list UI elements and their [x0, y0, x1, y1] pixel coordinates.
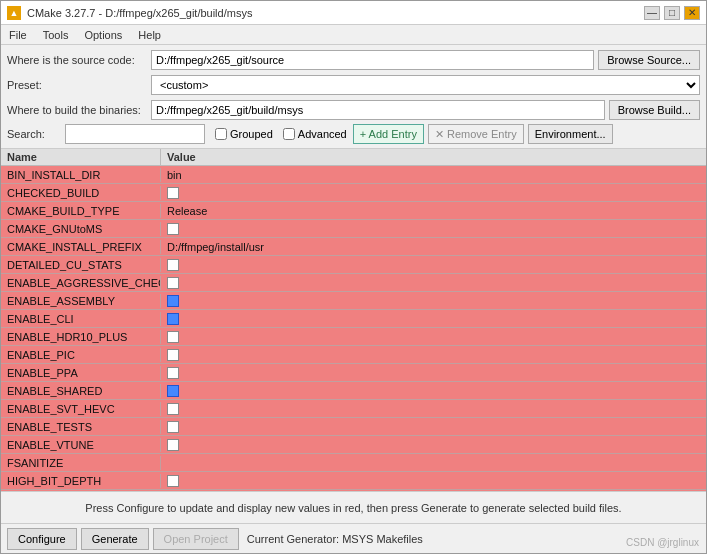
advanced-checkbox[interactable]	[283, 128, 295, 140]
table-row[interactable]: BIN_INSTALL_DIRbin	[1, 166, 706, 184]
search-label: Search:	[7, 128, 59, 140]
row-name: ENABLE_AGGRESSIVE_CHECKS	[1, 276, 161, 290]
row-name: CMAKE_INSTALL_PREFIX	[1, 240, 161, 254]
row-name: HIGH_BIT_DEPTH	[1, 474, 161, 488]
source-input[interactable]	[151, 50, 594, 70]
table-row[interactable]: HIGH_BIT_DEPTH	[1, 472, 706, 490]
row-name: DETAILED_CU_STATS	[1, 258, 161, 272]
add-entry-button[interactable]: + Add Entry	[353, 124, 424, 144]
row-value	[161, 312, 706, 326]
row-value	[161, 420, 706, 434]
row-checkbox[interactable]	[167, 313, 179, 325]
row-checkbox[interactable]	[167, 421, 179, 433]
row-value	[161, 348, 706, 362]
row-value	[161, 186, 706, 200]
browse-build-button[interactable]: Browse Build...	[609, 100, 700, 120]
build-label: Where to build the binaries:	[7, 104, 147, 116]
row-name: BIN_INSTALL_DIR	[1, 168, 161, 182]
table-row[interactable]: ENABLE_HDR10_PLUS	[1, 328, 706, 346]
grouped-checkbox-label[interactable]: Grouped	[215, 128, 273, 140]
table-body: BIN_INSTALL_DIRbinCHECKED_BUILDCMAKE_BUI…	[1, 166, 706, 491]
row-value	[161, 438, 706, 452]
row-checkbox[interactable]	[167, 277, 179, 289]
preset-row: Preset: <custom>	[7, 74, 700, 96]
row-value	[161, 222, 706, 236]
row-value: D:/ffmpeg/install/usr	[161, 240, 706, 254]
row-value	[161, 402, 706, 416]
menu-file[interactable]: File	[5, 28, 31, 42]
search-row: Search: Grouped Advanced + Add Entry ✕ R…	[7, 124, 700, 144]
table-row[interactable]: ENABLE_PIC	[1, 346, 706, 364]
row-value: bin	[161, 168, 706, 182]
row-value: Release	[161, 204, 706, 218]
row-value	[161, 384, 706, 398]
table-row[interactable]: ENABLE_SHARED	[1, 382, 706, 400]
table-row[interactable]: ENABLE_AGGRESSIVE_CHECKS	[1, 274, 706, 292]
row-name: ENABLE_ASSEMBLY	[1, 294, 161, 308]
maximize-button[interactable]: □	[664, 6, 680, 20]
advanced-label: Advanced	[298, 128, 347, 140]
row-name: ENABLE_VTUNE	[1, 438, 161, 452]
remove-entry-button[interactable]: ✕ Remove Entry	[428, 124, 524, 144]
table-row[interactable]: ENABLE_TESTS	[1, 418, 706, 436]
build-input[interactable]	[151, 100, 605, 120]
open-project-button[interactable]: Open Project	[153, 528, 239, 550]
table-row[interactable]: FSANITIZE	[1, 454, 706, 472]
advanced-checkbox-label[interactable]: Advanced	[283, 128, 347, 140]
row-checkbox[interactable]	[167, 223, 179, 235]
row-checkbox[interactable]	[167, 349, 179, 361]
configure-button[interactable]: Configure	[7, 528, 77, 550]
menu-tools[interactable]: Tools	[39, 28, 73, 42]
watermark: CSDN @jrglinux	[626, 537, 699, 548]
row-name: ENABLE_SVT_HEVC	[1, 402, 161, 416]
generate-button[interactable]: Generate	[81, 528, 149, 550]
table-row[interactable]: CMAKE_BUILD_TYPERelease	[1, 202, 706, 220]
checkbox-group: Grouped Advanced	[215, 128, 347, 140]
title-bar: ▲ CMake 3.27.7 - D:/ffmpeg/x265_git/buil…	[1, 1, 706, 25]
row-value	[161, 294, 706, 308]
table-row[interactable]: ENABLE_PPA	[1, 364, 706, 382]
action-buttons: + Add Entry ✕ Remove Entry Environment..…	[353, 124, 613, 144]
row-checkbox[interactable]	[167, 367, 179, 379]
row-checkbox[interactable]	[167, 475, 179, 487]
cmake-table: Name Value BIN_INSTALL_DIRbinCHECKED_BUI…	[1, 149, 706, 491]
row-value	[161, 474, 706, 488]
title-bar-left: ▲ CMake 3.27.7 - D:/ffmpeg/x265_git/buil…	[7, 6, 252, 20]
grouped-label: Grouped	[230, 128, 273, 140]
row-checkbox[interactable]	[167, 187, 179, 199]
app-icon: ▲	[7, 6, 21, 20]
row-value	[161, 258, 706, 272]
preset-label: Preset:	[7, 79, 147, 91]
row-checkbox[interactable]	[167, 331, 179, 343]
table-row[interactable]: ENABLE_CLI	[1, 310, 706, 328]
preset-select[interactable]: <custom>	[151, 75, 700, 95]
row-checkbox[interactable]	[167, 403, 179, 415]
row-checkbox[interactable]	[167, 295, 179, 307]
toolbar: Where is the source code: Browse Source.…	[1, 45, 706, 149]
table-row[interactable]: CMAKE_GNUtoMS	[1, 220, 706, 238]
table-header: Name Value	[1, 149, 706, 166]
menu-options[interactable]: Options	[80, 28, 126, 42]
row-checkbox[interactable]	[167, 439, 179, 451]
table-row[interactable]: ENABLE_VTUNE	[1, 436, 706, 454]
row-value	[161, 462, 706, 464]
menubar: File Tools Options Help	[1, 25, 706, 45]
close-button[interactable]: ✕	[684, 6, 700, 20]
build-row: Where to build the binaries: Browse Buil…	[7, 99, 700, 121]
table-row[interactable]: CMAKE_INSTALL_PREFIXD:/ffmpeg/install/us…	[1, 238, 706, 256]
table-row[interactable]: ENABLE_SVT_HEVC	[1, 400, 706, 418]
minimize-button[interactable]: —	[644, 6, 660, 20]
search-input[interactable]	[65, 124, 205, 144]
menu-help[interactable]: Help	[134, 28, 165, 42]
name-column-header: Name	[1, 149, 161, 165]
row-name: ENABLE_TESTS	[1, 420, 161, 434]
row-checkbox[interactable]	[167, 385, 179, 397]
table-row[interactable]: CHECKED_BUILD	[1, 184, 706, 202]
table-row[interactable]: ENABLE_ASSEMBLY	[1, 292, 706, 310]
table-row[interactable]: DETAILED_CU_STATS	[1, 256, 706, 274]
row-name: CMAKE_GNUtoMS	[1, 222, 161, 236]
environment-button[interactable]: Environment...	[528, 124, 613, 144]
browse-source-button[interactable]: Browse Source...	[598, 50, 700, 70]
grouped-checkbox[interactable]	[215, 128, 227, 140]
row-checkbox[interactable]	[167, 259, 179, 271]
